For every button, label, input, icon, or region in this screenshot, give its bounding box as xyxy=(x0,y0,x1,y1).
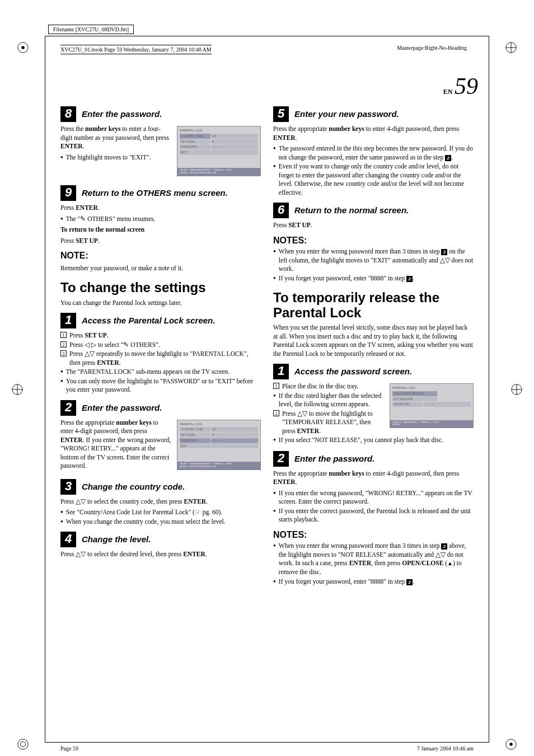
step-number: 2 xyxy=(273,451,289,467)
step-title: Enter the password. xyxy=(82,402,162,414)
crop-line xyxy=(45,742,489,743)
body-text: Remember your password, or make a note o… xyxy=(60,264,261,273)
step-number: 9 xyxy=(60,185,76,201)
step-r2-header: 2 Enter the password. xyxy=(273,451,474,467)
step-title: Enter the password. xyxy=(294,453,374,464)
step-1-header: 1 Access the Parental Lock screen. xyxy=(60,313,261,328)
body-text: Press the appropriate number keys to ent… xyxy=(273,469,474,487)
registration-mark-icon xyxy=(505,41,517,54)
wand-icon: ✎ xyxy=(123,341,129,350)
registration-mark-icon xyxy=(17,41,29,54)
step-title: Enter your new password. xyxy=(294,109,399,120)
note-heading: NOTE: xyxy=(60,250,261,262)
substep: 2Press △▽ to move the hightlight to "TEM… xyxy=(273,410,384,436)
bullet: If the disc rated higher than the select… xyxy=(273,392,384,409)
body-text: Press △▽ to select the country code, the… xyxy=(60,497,261,506)
step-number: 8 xyxy=(60,106,76,122)
step-title: Change the country code. xyxy=(82,481,185,492)
step-ref-icon: 2 xyxy=(441,249,447,255)
osd-screenshot: PARENTAL LOCK COUNTRY CODEUS SET LEVEL8 … xyxy=(177,126,261,176)
bullet: If you enter the correct password, the P… xyxy=(273,507,474,524)
step-ref-icon: 2 xyxy=(441,543,447,550)
step-2-body: PARENTAL LOCK COUNTRY CODEUS SET LEVEL4 … xyxy=(60,419,261,473)
step-number: 2 xyxy=(60,400,76,416)
step-number: 3 xyxy=(60,479,76,495)
section-heading: To change the settings xyxy=(60,280,261,295)
filename-label: Filename [XVC27U_08DVD.fm] xyxy=(48,25,134,34)
bullet: Even if you want to change only the coun… xyxy=(273,162,474,197)
substep: 3Press △▽ repeatedly to move the hightli… xyxy=(60,350,261,367)
step-6-header: 6 Return to the normal screen. xyxy=(273,203,474,218)
body-text: You can change the Parental lock setting… xyxy=(60,299,261,308)
registration-mark-icon xyxy=(505,738,517,750)
substep: 1Press SET UP. xyxy=(60,331,261,340)
subheading: To return to the normal screen xyxy=(60,226,261,234)
step-5-header: 5 Enter your new password. xyxy=(273,106,474,122)
content-columns: 8 Enter the password. PARENTAL LOCK COUN… xyxy=(60,101,474,586)
bullet: You can only move the hightlight to "PAS… xyxy=(60,377,261,395)
notes-heading: NOTES: xyxy=(273,234,474,247)
notes-heading: NOTES: xyxy=(273,529,474,541)
step-number: 4 xyxy=(60,532,76,547)
step-8-header: 8 Enter the password. xyxy=(60,106,261,122)
svg-point-6 xyxy=(20,741,25,746)
page-number: EN 59 xyxy=(443,73,478,100)
body-text: When you set the parental level strictly… xyxy=(273,323,474,358)
bullet: When you enter the wrong password more t… xyxy=(273,247,474,274)
body-text: Press SET UP. xyxy=(60,237,261,246)
step-ref-icon: 2 xyxy=(406,579,413,585)
bullet: When you change the country code, you mu… xyxy=(60,518,261,527)
crop-line xyxy=(45,36,489,36)
bullet: If you select "NOT RELEASE", you cannot … xyxy=(273,436,474,445)
body-text: Press △▽ to select the desired level, th… xyxy=(60,550,261,559)
step-title: Return to the OTHERS menu screen. xyxy=(82,187,228,199)
body-text: Press ENTER. xyxy=(60,204,261,213)
substep: 2Press ◁ ▷ to select "✎ OTHERS". xyxy=(60,341,261,350)
bullet: The hightlight moves to "EXIT". xyxy=(60,153,171,162)
page: Filename [XVC27U_08DVD.fm] Masterpage:Ri… xyxy=(0,11,534,756)
page-number-prefix: EN xyxy=(443,88,453,96)
eject-icon: ▲ xyxy=(447,560,453,566)
registration-mark-icon xyxy=(11,383,24,396)
step-8-body: PARENTAL LOCK COUNTRY CODEUS SET LEVEL8 … xyxy=(60,125,261,180)
svg-point-5 xyxy=(18,739,28,749)
step-ref-icon: 2 xyxy=(406,276,413,282)
step-number: 6 xyxy=(273,203,289,218)
step-title: Change the level. xyxy=(82,534,151,545)
section-heading: To temporarily release the Parental Lock xyxy=(273,290,474,320)
body-text: Press SET UP. xyxy=(273,221,474,230)
step-ref-icon: 2 xyxy=(445,155,451,161)
footer-timestamp: 7 January 2004 10:46 am xyxy=(417,745,474,752)
step-number: 1 xyxy=(273,364,289,379)
crop-line xyxy=(489,36,489,743)
osd-screenshot: PARENTAL LOCK TEMPORARY RELEASE NOT RELE… xyxy=(390,383,474,428)
step-4-header: 4 Change the level. xyxy=(60,532,261,547)
registration-mark-icon xyxy=(17,738,29,750)
bullet: The "PARENTAL LOCK" sub-menu appears on … xyxy=(60,368,261,377)
svg-point-1 xyxy=(21,46,25,49)
bullet: If you enter the wrong password, "WRONG!… xyxy=(273,489,474,506)
left-column: 8 Enter the password. PARENTAL LOCK COUN… xyxy=(60,101,261,586)
step-title: Enter the password. xyxy=(82,109,162,120)
step-number: 1 xyxy=(60,313,76,328)
bullet: See "Country/Area Code List for Parental… xyxy=(60,508,261,517)
wand-icon: ✎ xyxy=(80,215,86,224)
step-9-header: 9 Return to the OTHERS menu screen. xyxy=(60,185,261,201)
bullet: If you forget your password, enter "8888… xyxy=(273,577,474,586)
step-title: Return to the normal screen. xyxy=(294,205,409,216)
bullet: If you forget your password, enter "8888… xyxy=(273,274,474,283)
crop-line xyxy=(45,36,45,743)
body-text: Press the appropriate number keys to ent… xyxy=(273,125,474,142)
step-title: Access the Parental Lock screen. xyxy=(82,315,215,326)
registration-mark-icon xyxy=(510,383,523,396)
step-r1-header: 1 Access the password screen. xyxy=(273,364,474,379)
svg-point-8 xyxy=(509,743,513,746)
bookinfo-label: XVC27U_01.book Page 59 Wednesday, Januar… xyxy=(60,45,212,54)
step-title: Access the password screen. xyxy=(294,366,412,377)
step-2-header: 2 Enter the password. xyxy=(60,400,261,416)
bullet: The password entered in the this step be… xyxy=(273,144,474,162)
osd-screenshot: PARENTAL LOCK COUNTRY CODEUS SET LEVEL4 … xyxy=(177,420,261,470)
step-r1-body: PARENTAL LOCK TEMPORARY RELEASE NOT RELE… xyxy=(273,382,474,445)
right-column: 5 Enter your new password. Press the app… xyxy=(273,101,474,586)
bullet: The "✎ OTHERS" menu resumes. xyxy=(60,215,261,224)
